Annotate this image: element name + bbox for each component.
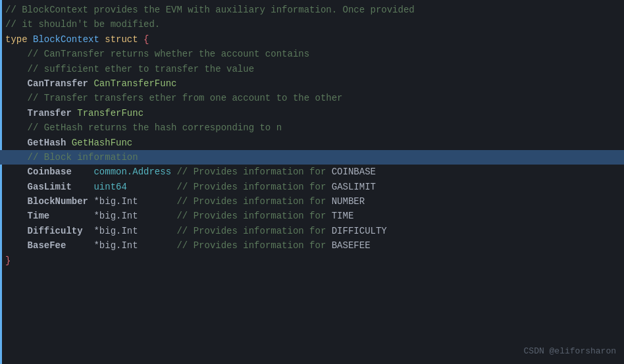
code-token: // sufficient ether to transfer the valu… <box>28 64 254 74</box>
code-token: BaseFee <box>28 240 94 251</box>
code-token: // Provides information for <box>176 182 326 192</box>
code-line: Time *big.Int // Provides information fo… <box>0 209 624 223</box>
line-content: Time *big.Int // Provides information fo… <box>5 209 353 223</box>
code-line: type BlockContext struct { <box>0 32 624 47</box>
line-content: GetHash GetHashFunc <box>5 136 132 150</box>
code-token: NUMBER <box>332 196 365 207</box>
code-line: // GetHash returns the hash correspondin… <box>0 120 624 135</box>
line-content: // Transfer transfers ether from one acc… <box>5 91 343 105</box>
line-content: // BlockContext provides the EVM with au… <box>5 3 415 17</box>
code-token: // Provides information for <box>176 240 326 251</box>
code-token: // Provides information for <box>176 196 326 207</box>
code-token: // Provides information for <box>176 226 326 236</box>
code-line: // Transfer transfers ether from one acc… <box>0 91 624 105</box>
code-token: TransferFunc <box>77 108 143 118</box>
code-token: // CanTransfer returns whether the accou… <box>28 49 309 59</box>
code-token: common.Address <box>93 167 171 177</box>
code-token: BlockContext <box>33 34 99 45</box>
code-line: Transfer TransferFunc <box>0 106 624 120</box>
line-content: Difficulty *big.Int // Provides informat… <box>5 224 387 238</box>
code-line: GasLimit uint64 // Provides information … <box>0 180 624 194</box>
line-content: // Block information <box>5 150 138 165</box>
line-content: type BlockContext struct { <box>5 32 149 47</box>
code-line: BaseFee *big.Int // Provides information… <box>0 238 624 253</box>
code-line: BlockNumber *big.Int // Provides informa… <box>0 194 624 209</box>
code-token: Coinbase <box>28 167 94 177</box>
line-content: } <box>5 253 11 268</box>
code-line: // Block information <box>0 150 624 165</box>
code-token: *big.Int <box>93 211 138 221</box>
code-line: // sufficient ether to transfer the valu… <box>0 62 624 76</box>
code-token: BlockNumber <box>28 196 94 207</box>
line-content: BlockNumber *big.Int // Provides informa… <box>5 194 365 209</box>
line-content: Coinbase common.Address // Provides info… <box>5 165 376 179</box>
code-token: // Transfer transfers ether from one acc… <box>28 93 343 103</box>
code-token: { <box>143 34 149 45</box>
line-content: GasLimit uint64 // Provides information … <box>5 180 376 194</box>
line-content: // sufficient ether to transfer the valu… <box>5 62 254 76</box>
code-token: uint64 <box>93 182 126 192</box>
code-line: // BlockContext provides the EVM with au… <box>0 3 624 17</box>
code-token: // BlockContext provides the EVM with au… <box>5 5 415 15</box>
code-token: *big.Int <box>93 240 138 251</box>
code-token: GetHashFunc <box>72 138 132 148</box>
code-token: struct <box>105 34 138 45</box>
code-token: type <box>5 34 28 45</box>
code-container: // BlockContext provides the EVM with au… <box>0 0 624 364</box>
code-token: // Provides information for <box>176 167 326 177</box>
code-token: Transfer <box>28 108 72 118</box>
line-content: BaseFee *big.Int // Provides information… <box>5 238 371 253</box>
code-line: } <box>0 253 624 268</box>
code-line: CanTransfer CanTransferFunc <box>0 76 624 91</box>
watermark: CSDN @eliforsharon <box>524 345 616 359</box>
code-token: DIFFICULTY <box>332 226 387 236</box>
code-line: Difficulty *big.Int // Provides informat… <box>0 224 624 238</box>
line-content: // it shouldn't be modified. <box>5 17 160 32</box>
line-content: Transfer TransferFunc <box>5 106 143 120</box>
code-line: // it shouldn't be modified. <box>0 17 624 32</box>
code-token: // GetHash returns the hash correspondin… <box>28 122 282 133</box>
code-token: CanTransfer <box>28 78 88 89</box>
code-token: // Block information <box>28 152 138 163</box>
code-line: GetHash GetHashFunc <box>0 136 624 150</box>
code-token: // it shouldn't be modified. <box>5 19 160 30</box>
code-token: TIME <box>332 211 354 221</box>
code-token: *big.Int <box>93 196 138 207</box>
code-line: // CanTransfer returns whether the accou… <box>0 47 624 61</box>
code-token: // Provides information for <box>176 211 326 221</box>
code-token: BASEFEE <box>332 240 371 251</box>
lines-container: // BlockContext provides the EVM with au… <box>0 3 624 268</box>
line-content: // GetHash returns the hash correspondin… <box>5 120 282 135</box>
code-token: COINBASE <box>332 167 376 177</box>
code-token: } <box>5 255 11 266</box>
code-line: Coinbase common.Address // Provides info… <box>0 165 624 179</box>
code-token: Time <box>28 211 94 221</box>
code-token: GetHash <box>28 138 66 148</box>
code-token: GASLIMIT <box>332 182 376 192</box>
code-token: CanTransferFunc <box>93 78 176 89</box>
code-token: GasLimit <box>28 182 94 192</box>
code-token: Difficulty <box>28 226 94 236</box>
line-content: CanTransfer CanTransferFunc <box>5 76 176 91</box>
code-token: *big.Int <box>93 226 138 236</box>
line-content: // CanTransfer returns whether the accou… <box>5 47 309 61</box>
